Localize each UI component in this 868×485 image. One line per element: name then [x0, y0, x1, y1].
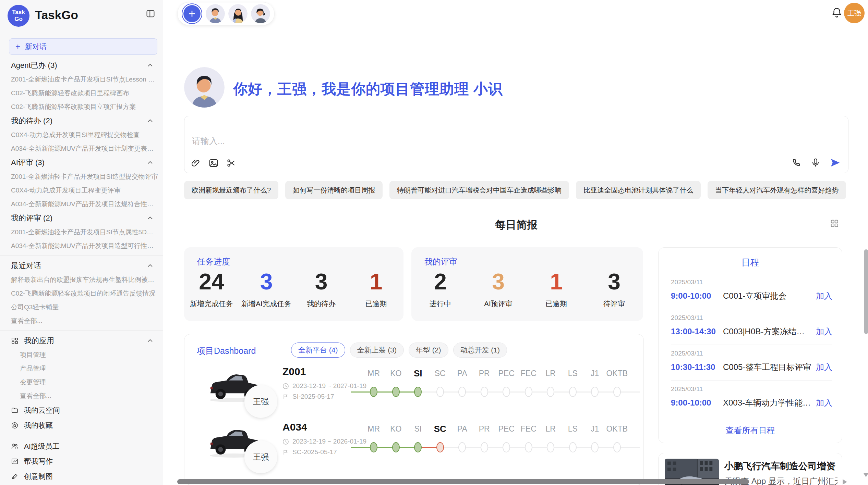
section-header-agent-done[interactable]: Agent已办 (3)	[0, 58, 163, 73]
assistant-avatar-2[interactable]	[228, 4, 248, 23]
scroll-right-arrow[interactable]	[843, 479, 847, 485]
list-item[interactable]: A034-全新新能源MUV产品开发项目造型可行性评审	[0, 239, 163, 253]
suggestion-chip[interactable]: 比亚迪全固态电池计划具体说了什么	[576, 181, 701, 199]
filter-powertrain[interactable]: 动总开发 (1)	[453, 343, 507, 358]
milestone-labels: MR KO SI SC PA PR PEC FEC LR LS J1 OKTB	[363, 366, 628, 380]
project-code: Z001	[282, 366, 366, 377]
attachment-icon[interactable]	[191, 158, 201, 168]
stat-label: 已逾期	[545, 299, 567, 309]
list-item[interactable]: C02-飞腾新能源轻客改款项目的闭环通告反馈情况	[0, 287, 163, 300]
horizontal-scrollbar[interactable]	[177, 479, 749, 484]
entry-time: 10:30-11:30	[671, 362, 723, 372]
project-row[interactable]: 王强 A034 2023-12-19 ~ 2026-01-19 SC-2025-…	[184, 420, 643, 475]
card-title: 任务进度	[197, 256, 230, 267]
milestone-node	[591, 442, 599, 452]
section-header-my-apps[interactable]: 我的应用	[0, 334, 163, 348]
project-date-range: 2023-12-19 ~ 2026-01-19	[292, 438, 366, 445]
phone-icon[interactable]	[791, 158, 801, 168]
news-title: 小鹏飞行汽车制造公司增资	[724, 460, 835, 472]
milestone-node-done	[370, 442, 377, 452]
list-item[interactable]: Z001-全新燃油皮卡产品开发项目SI节点Lesson Learn报告	[0, 73, 163, 86]
sidebar-item-product-mgmt[interactable]: 产品管理	[0, 362, 163, 375]
section-header-ai-review[interactable]: AI评审 (3)	[0, 156, 163, 170]
sidebar-collapse-icon[interactable]	[146, 9, 155, 18]
chevron-up-icon	[146, 262, 154, 270]
image-icon[interactable]	[208, 158, 219, 168]
new-chat-button[interactable]: + 新对话	[9, 38, 157, 55]
filter-model-year[interactable]: 年型 (2)	[409, 343, 448, 358]
microphone-icon[interactable]	[810, 158, 821, 168]
project-date-range-row: 2023-12-19 ~ 2027-01-19	[282, 382, 366, 390]
section-header-my-todo[interactable]: 我的待办 (2)	[0, 114, 163, 128]
view-all-apps[interactable]: 查看全部...	[0, 389, 163, 403]
list-item[interactable]: C0X4-动力总成开发项目工程变更评审	[0, 184, 163, 197]
section-title: 我的应用	[24, 336, 54, 346]
list-item[interactable]: A034-全新新能源MUV产品开发项目计划变更表编写	[0, 142, 163, 156]
filter-new-body[interactable]: 全新上装 (3)	[350, 343, 404, 358]
join-link[interactable]: 加入	[816, 397, 832, 408]
project-owner-badge: 王强	[244, 385, 277, 418]
list-item[interactable]: C0X4-动力总成开发项目SI里程碑提交物检查	[0, 128, 163, 142]
suggestion-chip[interactable]: 当下年轻人对汽车外观有怎样的喜好趋势	[708, 181, 846, 199]
send-icon[interactable]	[830, 157, 841, 168]
list-item[interactable]: 解释最新出台的欧盟报废车法规再生塑料比例被调至15%...	[0, 273, 163, 287]
sidebar-item-favorites[interactable]: 我的收藏	[0, 418, 163, 433]
chat-input[interactable]	[192, 136, 501, 146]
milestone-label: FEC	[518, 422, 540, 436]
milestone-node-overdue	[436, 442, 444, 452]
sidebar-item-project-mgmt[interactable]: 项目管理	[0, 348, 163, 362]
join-link[interactable]: 加入	[816, 326, 832, 337]
milestone-label: PA	[451, 422, 473, 436]
stat-pending-review: 3 待评审	[585, 270, 643, 321]
list-item[interactable]: 公司Q3轻卡销量	[0, 300, 163, 314]
suggestion-chip[interactable]: 欧洲新规最近颁布了什么?	[184, 181, 278, 199]
section-title: Agent已办 (3)	[11, 60, 57, 71]
list-item[interactable]: Z001-全新燃油轻卡产品开发项目SI造型提交物评审	[0, 170, 163, 184]
list-item[interactable]: C02-飞腾新能源轻客改款项目立项汇报方案	[0, 100, 163, 114]
stat-label: 我的待办	[307, 299, 336, 309]
project-dashboard-card: 项目Dashboard 全新平台 (4) 全新上装 (3) 年型 (2) 动总开…	[184, 334, 644, 485]
project-row[interactable]: 王强 Z001 2023-12-19 ~ 2027-01-19 SI-2025-…	[184, 364, 643, 419]
filter-new-platform[interactable]: 全新平台 (4)	[291, 343, 345, 358]
scroll-down-arrow[interactable]	[863, 473, 868, 477]
suggestion-chip[interactable]: 特朗普可能对进口汽车增税会对中国车企造成哪些影响	[389, 181, 569, 199]
milestone-node	[436, 387, 444, 397]
list-item[interactable]: A034-全新新能源MUV产品开发项目法规符合性评审	[0, 197, 163, 211]
entry-time: 9:00-10:00	[671, 398, 723, 408]
assistant-avatar-3[interactable]	[251, 4, 270, 23]
notification-bell-icon[interactable]	[831, 7, 843, 18]
scissors-icon[interactable]	[226, 158, 237, 168]
sidebar-item-ai-staff[interactable]: AI超级员工	[0, 439, 163, 454]
sidebar-item-help-write[interactable]: 帮我写作	[0, 454, 163, 469]
section-header-my-review[interactable]: 我的评审 (2)	[0, 211, 163, 225]
milestone-label: LS	[562, 422, 584, 436]
layout-grid-icon[interactable]	[830, 219, 839, 228]
milestone-label: KO	[385, 366, 407, 380]
view-all-conversations[interactable]: 查看全部...	[0, 314, 163, 328]
join-link[interactable]: 加入	[816, 362, 832, 373]
milestone-node	[569, 442, 577, 452]
sidebar-item-cloud-space[interactable]: 我的云空间	[0, 403, 163, 418]
vertical-scrollbar[interactable]	[864, 249, 868, 334]
milestone-label: MR	[363, 366, 385, 380]
milestone-node	[503, 442, 510, 452]
assistant-avatar-1[interactable]	[206, 4, 225, 23]
join-link[interactable]: 加入	[816, 290, 832, 301]
user-avatar[interactable]: 王强	[844, 3, 865, 23]
list-item[interactable]: Z001-全新燃油轻卡产品开发项目SI节点属性5D文件评审	[0, 225, 163, 239]
milestone-label: LR	[540, 422, 562, 436]
stat-label: 新增AI完成任务	[241, 299, 291, 309]
milestone-label: SI	[407, 422, 429, 436]
suggestion-chip[interactable]: 如何写一份清晰的项目周报	[285, 181, 383, 199]
section-title: 我的评审 (2)	[11, 213, 52, 223]
list-item[interactable]: C02-飞腾新能源轻客改款项目里程碑画布	[0, 86, 163, 100]
add-assistant-button[interactable]	[182, 3, 202, 24]
view-all-schedule-link[interactable]: 查看所有日程	[659, 425, 842, 436]
plus-icon: +	[15, 42, 20, 51]
milestone-label: KO	[385, 422, 407, 436]
project-info: Z001 2023-12-19 ~ 2027-01-19 SI-2025-05-…	[282, 366, 366, 400]
sidebar-item-creative-draw[interactable]: 创意制图	[0, 469, 163, 484]
chevron-up-icon	[146, 337, 154, 345]
sidebar-item-change-mgmt[interactable]: 变更管理	[0, 375, 163, 389]
section-header-recent[interactable]: 最近对话	[0, 259, 163, 273]
